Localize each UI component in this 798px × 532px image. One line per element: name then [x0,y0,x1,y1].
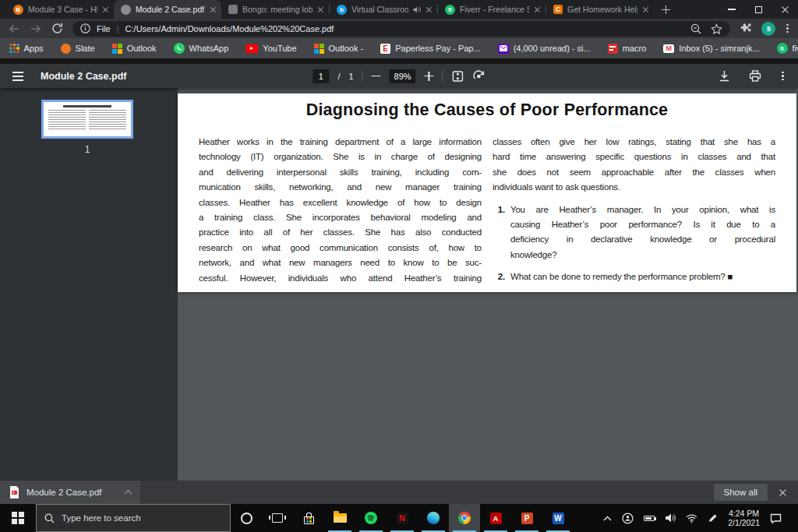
taskbar-word[interactable]: W [542,504,574,532]
question-2: 2. What can be done to remedy the perfor… [493,270,775,284]
taskbar-chrome[interactable] [449,504,480,532]
address-bar: File | C:/Users/Admin/Downloads/Module%2… [0,19,798,38]
bookmark-mail-unread[interactable]: (4,000 unread) - si... [498,44,591,54]
gmail-icon: M [663,44,674,53]
zoom-out-button[interactable] [372,76,381,77]
bookmark-slate[interactable]: Slate [61,44,95,54]
download-button[interactable] [719,70,730,82]
page-info-icon[interactable] [80,23,90,33]
bookmark-outlook[interactable]: Outlook [112,44,157,54]
start-button[interactable] [0,504,36,532]
bookmark-apps[interactable]: Apps [9,44,44,54]
pdf-viewer-area: 1 Diagnosing the Causes of Poor Performa… [0,88,798,481]
bookmark-fiverr[interactable]: fi fiverr [777,43,798,54]
chegg-icon: C [553,5,563,14]
netflix-icon: N [397,513,408,524]
pen-icon[interactable] [708,513,718,523]
tab-close-icon[interactable] [534,6,541,13]
print-button[interactable] [749,70,761,82]
bookmark-star-icon[interactable] [711,23,722,34]
page-thumbnail[interactable] [44,102,131,136]
zoom-level-input[interactable]: 89% [390,69,416,83]
reload-button[interactable] [51,23,63,34]
page-separator: / [337,72,340,81]
battery-icon[interactable] [644,516,655,521]
microsoft-icon [314,44,324,54]
maximize-button[interactable] [745,0,772,19]
pdf-file-icon [9,486,19,499]
taskbar-acrobat[interactable]: A [480,504,511,532]
tab-close-icon[interactable] [642,6,649,13]
browser-menu-icon[interactable] [785,24,790,33]
tab-title: Get Homework Help Wi [567,5,637,14]
bookmark-whatsapp[interactable]: WhatsApp [174,43,229,54]
taskbar-microsoft-store[interactable] [293,504,324,532]
tab-module-3-case[interactable]: B Module 3 Case - HRMT [6,0,114,19]
bookmark-outlook-2[interactable]: Outlook - [314,44,364,54]
tab-audio-icon[interactable] [413,6,421,13]
bookmark-paperless-pay[interactable]: E Paperless Pay - Pap... [380,44,480,54]
bookmark-label: Paperless Pay - Pap... [395,44,480,53]
chevron-up-icon[interactable] [125,489,132,497]
downloaded-file-chip[interactable]: Module 2 Case.pdf [0,481,140,504]
back-button[interactable] [8,23,20,34]
folder-icon [334,513,347,523]
meet-now-icon[interactable] [622,513,634,524]
tab-close-icon[interactable] [425,6,433,13]
taskbar-edge[interactable] [418,504,449,532]
show-all-button[interactable]: Show all [714,484,768,501]
url-separator: | [117,24,119,33]
tab-fiverr[interactable]: fi Fiverr - Freelance Servic [438,0,546,19]
tab-title: Module 3 Case - HRMT [28,5,97,14]
taskbar-clock[interactable]: 4:24 PM 2/1/2021 [728,509,760,528]
question-text: You are Heather’s manager. In your opini… [510,203,775,263]
taskbar-file-explorer[interactable] [324,504,355,532]
zoom-in-button[interactable] [425,72,434,81]
tab-virtual-classroom[interactable]: b Virtual Classroom [330,0,437,19]
wifi-icon[interactable] [686,514,697,523]
close-icon [781,5,789,14]
bookmark-label: Inbox (5) - simranjk... [679,44,759,53]
search-icon [44,513,55,523]
rotate-button[interactable] [473,70,486,83]
taskbar-search[interactable] [36,504,231,532]
zoom-indicator-icon[interactable] [690,23,701,34]
action-center-icon[interactable] [770,513,782,523]
pdf-menu-icon[interactable] [12,72,23,81]
fit-to-page-button[interactable] [452,70,464,83]
taskbar-task-view[interactable] [262,504,293,532]
bookmark-macro[interactable]: macro [608,44,647,54]
toolbar-divider [443,70,443,82]
tab-close-icon[interactable] [210,6,217,13]
bookmark-gmail-inbox[interactable]: M Inbox (5) - simranjk... [663,44,759,53]
minimize-button[interactable] [719,0,745,19]
download-bar-close-icon[interactable] [779,488,787,497]
document-columns: Heather works in the training department… [178,135,796,286]
tab-module-2-case-pdf[interactable]: Module 2 Case.pdf [114,0,221,19]
window-close-button[interactable] [772,0,798,19]
pdf-more-options-icon[interactable] [780,72,786,81]
url-scheme: File [97,24,111,33]
taskbar-cortana[interactable] [231,504,262,532]
page-number-input[interactable]: 1 [312,69,329,83]
page-total: 1 [348,72,353,81]
taskbar-netflix[interactable]: N [387,504,418,532]
extensions-puzzle-icon[interactable] [740,23,752,35]
profile-avatar[interactable]: s [761,22,775,36]
search-input[interactable] [62,513,222,523]
new-tab-button[interactable] [654,0,678,19]
word-icon: W [553,513,564,524]
forward-button[interactable] [30,23,42,34]
taskbar-powerpoint[interactable]: P [511,504,542,532]
tray-chevron-up-icon[interactable] [603,516,612,521]
tab-chegg[interactable]: C Get Homework Help Wi [546,0,654,19]
tab-title: Virtual Classroom [351,5,408,14]
omnibox[interactable]: File | C:/Users/Admin/Downloads/Module%2… [72,21,730,37]
bookmark-label: Apps [24,44,44,53]
volume-icon[interactable] [665,513,676,523]
tab-close-icon[interactable] [317,6,324,13]
taskbar-spotify[interactable] [355,504,387,532]
tab-bongo-meeting-lobby[interactable]: Bongo: meeting lobby [221,0,329,19]
bookmark-youtube[interactable]: YouTube [245,44,296,53]
tab-close-icon[interactable] [102,6,109,13]
